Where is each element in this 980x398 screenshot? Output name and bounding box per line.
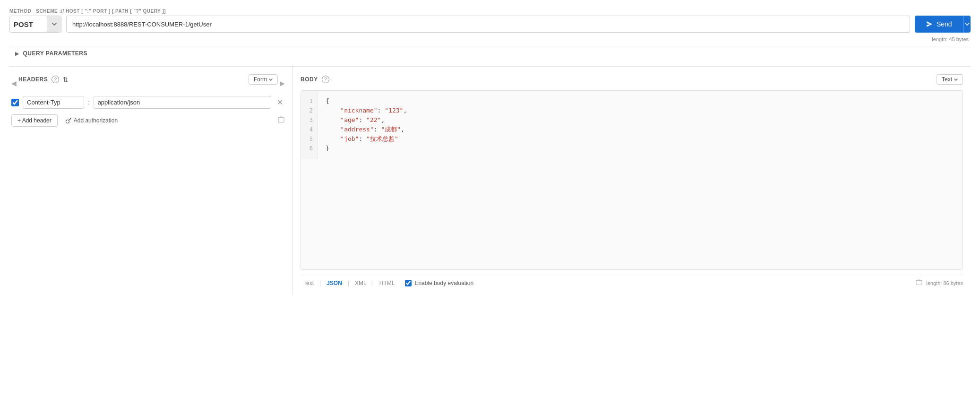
- trash-icon: [916, 279, 922, 286]
- send-icon: [926, 21, 933, 27]
- sep3: |: [370, 280, 377, 286]
- text-dropdown-label: Text: [942, 76, 952, 83]
- url-length: length: 45 bytes: [9, 36, 971, 42]
- chevron-down-icon: [954, 78, 958, 81]
- body-title: BODY: [301, 76, 318, 83]
- method-dropdown-button[interactable]: [47, 16, 61, 32]
- body-trash-button[interactable]: [916, 279, 922, 287]
- format-html[interactable]: HTML: [377, 280, 398, 286]
- svg-point-0: [66, 120, 69, 123]
- enable-eval-label[interactable]: Enable body evaluation: [414, 280, 473, 286]
- key-icon: [65, 117, 72, 124]
- code-editor[interactable]: 1 2 3 4 5 6 { "nickname": "123", "age": …: [301, 90, 963, 270]
- add-authorization-button[interactable]: Add authorization: [65, 117, 118, 124]
- form-label: Form: [254, 76, 267, 83]
- header-delete-button[interactable]: ✕: [275, 98, 285, 107]
- query-params-label: QUERY PARAMETERS: [23, 50, 87, 57]
- svg-line-2: [70, 119, 71, 120]
- add-header-label: + Add header: [17, 117, 52, 124]
- send-label: Send: [937, 20, 952, 28]
- trash-icon: [277, 116, 285, 123]
- url-input[interactable]: [66, 16, 910, 33]
- format-text[interactable]: Text: [301, 280, 317, 286]
- chevron-down-icon: [269, 78, 273, 81]
- enable-eval-checkbox[interactable]: [405, 280, 412, 286]
- headers-trash-button[interactable]: [277, 116, 285, 125]
- header-checkbox[interactable]: [11, 99, 19, 106]
- header-value-input[interactable]: [94, 96, 271, 109]
- expand-right-arrow[interactable]: ▶: [280, 79, 285, 87]
- code-content[interactable]: { "nickname": "123", "age": "22", "addre…: [318, 91, 414, 159]
- svg-rect-8: [916, 281, 922, 285]
- query-params-row[interactable]: ▶ QUERY PARAMETERS: [9, 46, 971, 61]
- header-colon: :: [88, 99, 90, 106]
- header-key-input[interactable]: [23, 96, 84, 109]
- chevron-down-icon: [52, 23, 57, 26]
- body-format-options: Text | JSON | XML | HTML: [301, 280, 397, 286]
- form-button[interactable]: Form: [249, 74, 278, 85]
- sort-icon[interactable]: ⇅: [63, 76, 68, 83]
- body-help-icon[interactable]: ?: [322, 76, 329, 83]
- svg-rect-3: [278, 118, 284, 122]
- headers-help-icon[interactable]: ?: [52, 76, 59, 83]
- body-footer-right: length: 86 bytes: [916, 279, 963, 287]
- chevron-down-icon: [965, 23, 970, 26]
- send-button[interactable]: Send: [915, 16, 963, 33]
- method-selector[interactable]: POST GET PUT DELETE PATCH: [9, 16, 61, 33]
- enable-eval-container[interactable]: Enable body evaluation: [405, 280, 473, 286]
- method-label: METHOD: [9, 9, 31, 14]
- send-dropdown-button[interactable]: [963, 16, 971, 33]
- body-length: length: 86 bytes: [926, 280, 963, 286]
- sep2: |: [345, 280, 352, 286]
- add-header-button[interactable]: + Add header: [11, 114, 58, 127]
- send-button-group[interactable]: Send: [915, 16, 971, 33]
- format-json[interactable]: JSON: [324, 280, 345, 286]
- format-xml[interactable]: XML: [352, 280, 370, 286]
- text-dropdown-button[interactable]: Text: [937, 74, 963, 85]
- method-select[interactable]: POST GET PUT DELETE PATCH: [10, 20, 47, 28]
- collapse-left-arrow[interactable]: ◀: [11, 79, 17, 87]
- triangle-icon: ▶: [15, 51, 19, 56]
- line-numbers: 1 2 3 4 5 6: [301, 91, 318, 159]
- add-auth-label: Add authorization: [74, 117, 118, 124]
- headers-title: HEADERS: [18, 76, 48, 83]
- url-scheme-label: SCHEME :// HOST [ ":" PORT ] [ PATH [ "?…: [36, 9, 971, 14]
- sep1: |: [317, 280, 324, 286]
